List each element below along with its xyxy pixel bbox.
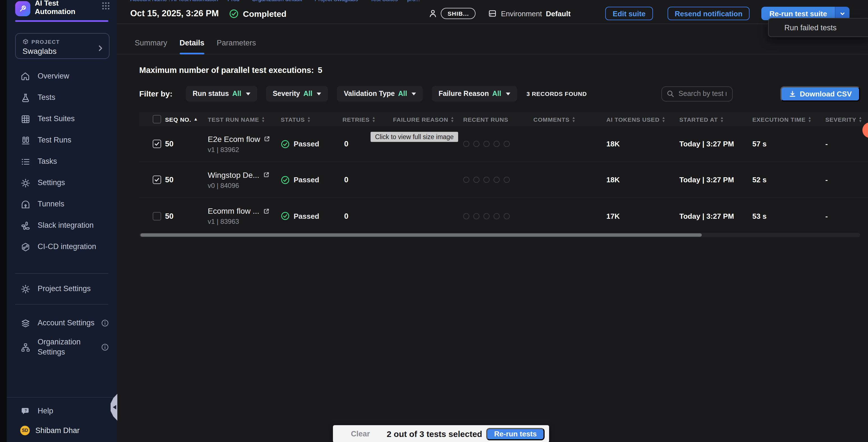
sidebar-item-cicd-integration[interactable]: CI-CD integration: [7, 236, 117, 258]
column-header-recent-runs: RECENT RUNS: [458, 116, 528, 123]
row-checkbox[interactable]: [153, 176, 161, 184]
run-dot[interactable]: [463, 177, 469, 183]
environment-selector[interactable]: Environment Default: [488, 9, 570, 18]
sidebar-item-project-settings[interactable]: Project Settings: [7, 278, 117, 300]
sidebar-item-tests[interactable]: Tests: [7, 87, 117, 108]
tab-bar: Summary Details Parameters: [117, 24, 868, 55]
sidebar-item-slack-integration[interactable]: Slack integration: [7, 215, 117, 236]
gear-icon: [20, 284, 30, 294]
sort-asc-icon: ▲: [193, 117, 198, 122]
table-grid-icon: [20, 114, 30, 124]
user-menu[interactable]: SD Shibam Dhar: [7, 426, 117, 435]
download-csv-button[interactable]: Download CSV: [780, 86, 860, 101]
tab-summary[interactable]: Summary: [135, 39, 167, 47]
app-window: AI Test Automation PROJECT Swaglabs Over…: [0, 0, 868, 442]
run-status: Completed: [243, 9, 286, 18]
sidebar-item-account-settings[interactable]: Account Settings: [7, 312, 117, 334]
caret-down-icon: [411, 92, 416, 95]
app-grid-icon[interactable]: [102, 2, 110, 10]
sidebar-item-overview[interactable]: Overview: [7, 66, 117, 87]
run-dot[interactable]: [463, 141, 469, 147]
column-header-status[interactable]: STATUS▲▼: [275, 116, 337, 123]
column-header-severity[interactable]: SEVERITY▲▼: [820, 116, 868, 123]
app-logo-icon: [15, 1, 30, 16]
search-input[interactable]: [677, 89, 727, 98]
rerun-tests-button[interactable]: Re-run tests: [486, 428, 545, 440]
table-row[interactable]: 50 E2e Ecom flow v1 | 83962 Passed 0 18K…: [139, 126, 868, 162]
passed-check-icon: [281, 139, 290, 148]
run-datetime: Oct 15, 2025, 3:26 PM: [130, 8, 219, 19]
filter-validation-type[interactable]: Validation Type All: [337, 86, 423, 102]
tab-parameters[interactable]: Parameters: [217, 39, 256, 47]
menu-item-run-failed-tests[interactable]: Run failed tests: [784, 23, 837, 32]
run-dot[interactable]: [504, 177, 510, 183]
app-title: AI Test Automation: [35, 0, 75, 16]
environment-icon: [488, 9, 497, 18]
help-chat-icon: ?: [20, 406, 30, 416]
column-header-execution-time[interactable]: EXECUTION TIME▲▼: [747, 116, 820, 123]
column-header-retries[interactable]: RETRIES▲▼: [337, 116, 388, 123]
horizontal-scrollbar[interactable]: [139, 233, 860, 237]
filter-severity[interactable]: Severity All: [266, 86, 328, 102]
test-run-link[interactable]: E2e Ecom flow: [208, 134, 270, 143]
clear-selection-button[interactable]: Clear: [351, 430, 370, 438]
user-chip[interactable]: SHIB...: [441, 8, 475, 19]
column-header-started-at[interactable]: STARTED AT▲▼: [674, 116, 747, 123]
run-dot[interactable]: [494, 141, 500, 147]
run-dot[interactable]: [494, 177, 500, 183]
tab-details[interactable]: Details: [180, 39, 205, 47]
run-dot[interactable]: [484, 141, 490, 147]
test-run-link[interactable]: Ecomm flow ...: [208, 206, 270, 215]
sidebar-item-help[interactable]: ? Help: [7, 402, 117, 420]
column-header-failure-reason[interactable]: FAILURE REASON▲▼: [388, 116, 458, 123]
run-dot[interactable]: [473, 177, 479, 183]
run-dot[interactable]: [473, 213, 479, 219]
selection-summary: 2 out of 3 tests selected: [387, 429, 482, 439]
resend-notification-button[interactable]: Resend notification: [668, 7, 750, 20]
test-run-link[interactable]: Wingstop De...: [208, 170, 270, 179]
column-header-ai-tokens[interactable]: AI TOKENS USED▲▼: [601, 116, 674, 123]
project-selector[interactable]: PROJECT Swaglabs: [15, 33, 110, 59]
sidebar-item-settings[interactable]: Settings: [7, 172, 117, 194]
info-icon[interactable]: [101, 319, 109, 327]
user-name: Shibam Dhar: [35, 426, 80, 435]
row-checkbox[interactable]: [153, 212, 161, 220]
sort-icon: ▲▼: [720, 116, 724, 122]
column-header-test-run-name[interactable]: TEST RUN NAME▲▼: [202, 116, 275, 123]
row-checkbox[interactable]: [153, 140, 161, 148]
download-icon: [788, 90, 796, 97]
select-all-checkbox[interactable]: [153, 115, 161, 124]
sidebar-footer: ? Help SD Shibam Dhar: [7, 397, 117, 442]
scrollbar-thumb[interactable]: [141, 233, 702, 237]
run-dot[interactable]: [484, 213, 490, 219]
topbar: Oct 15, 2025, 3:26 PM Completed SHIB... …: [117, 0, 868, 24]
user-avatar: SD: [20, 426, 30, 435]
filter-bar: Filter by: Run status All Severity All V…: [139, 86, 860, 102]
filter-run-status[interactable]: Run status All: [186, 86, 257, 102]
recent-runs: [458, 141, 528, 147]
column-header-seq-no[interactable]: SEQ NO.▲: [163, 116, 202, 123]
run-dot[interactable]: [463, 213, 469, 219]
run-dot[interactable]: [504, 213, 510, 219]
layers-icon: [20, 318, 30, 328]
edit-suite-button[interactable]: Edit suite: [606, 7, 653, 20]
table-row[interactable]: 50 Wingstop De... v0 | 84096 Passed 0 18…: [139, 162, 868, 198]
filter-failure-reason[interactable]: Failure Reason All: [432, 86, 517, 102]
sidebar-item-tasks[interactable]: Tasks: [7, 151, 117, 172]
caret-down-icon: [317, 92, 321, 95]
column-header-comments[interactable]: COMMENTS▲▼: [528, 116, 601, 123]
external-link-icon: [263, 172, 270, 178]
sidebar-item-organization-settings[interactable]: Organization Settings: [7, 334, 117, 361]
run-dot[interactable]: [473, 141, 479, 147]
sidebar-item-test-suites[interactable]: Test Suites: [7, 108, 117, 130]
info-icon[interactable]: [101, 343, 109, 351]
sidebar-item-test-runs[interactable]: Test Runs: [7, 130, 117, 151]
sort-icon: ▲▼: [261, 116, 265, 122]
run-dot[interactable]: [484, 177, 490, 183]
parallel-executions-info: Maximum number of parallel test executio…: [139, 66, 322, 75]
run-dot[interactable]: [494, 213, 500, 219]
run-dot[interactable]: [504, 141, 510, 147]
sidebar-item-tunnels[interactable]: Tunnels: [7, 194, 117, 215]
table-row[interactable]: 50 Ecomm flow ... v1 | 83963 Passed 0 17…: [139, 198, 868, 234]
rerun-dropdown-menu: Run failed tests: [768, 18, 868, 37]
